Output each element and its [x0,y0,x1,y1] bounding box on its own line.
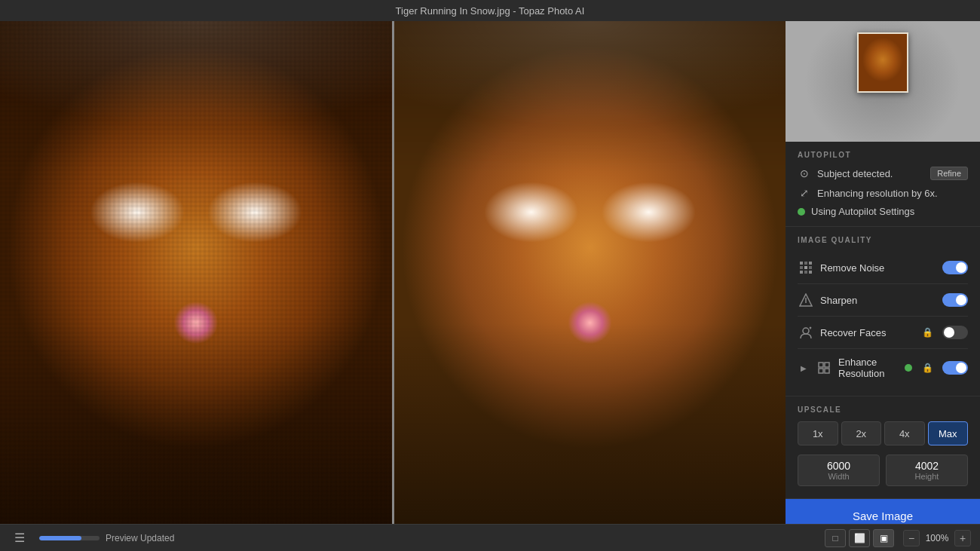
sharpen-row: Sharpen [798,284,968,317]
svg-rect-6 [800,271,803,274]
before-panel [0,21,392,524]
width-value: 6000 [804,460,873,472]
view-split-button[interactable]: ⬜ [849,529,870,547]
recover-faces-lock-icon: 🔒 [921,326,933,338]
image-area [0,21,786,524]
subject-detected-row: ⊙ Subject detected. Refine [798,167,968,180]
image-quality-label: IMAGE QUALITY [798,236,968,244]
enhance-resolution-icon [816,360,832,376]
image-quality-section: IMAGE QUALITY Remove [786,227,980,396]
svg-rect-2 [809,262,812,265]
svg-rect-15 [825,369,829,373]
height-value: 4002 [893,460,961,472]
snow-overlay-after [394,21,786,524]
recover-faces-knob [944,327,954,338]
progress-container: Preview Updated [39,533,816,543]
subject-icon: ⊙ [798,167,811,180]
recover-faces-toggle[interactable] [942,326,968,339]
enhancing-text: Enhancing resolution by 6x. [817,188,968,199]
svg-rect-3 [800,266,803,269]
main-content: AUTOPILOT ⊙ Subject detected. Refine ⤢ E… [0,21,980,524]
autopilot-settings-text: Using Autopilot Settings [811,206,968,217]
thumbnail-area [786,21,980,142]
recover-faces-label: Recover Faces [820,327,915,338]
upscale-1x-button[interactable]: 1x [798,421,838,445]
enhance-resolution-knob [956,363,966,373]
svg-rect-12 [819,363,823,367]
height-label: Height [893,472,961,481]
progress-track [39,536,100,540]
view-buttons: □ ⬜ ▣ [825,529,894,547]
upscale-buttons-group: 1x 2x 4x Max [798,421,968,445]
enhance-icon: ⤢ [798,186,811,200]
sharpen-toggle[interactable] [942,293,968,307]
sharpen-knob [956,295,966,305]
remove-noise-knob [956,262,966,273]
svg-rect-5 [809,266,812,269]
zoom-controls: − 100% + [903,530,971,546]
remove-noise-label: Remove Noise [820,262,936,274]
svg-rect-13 [825,363,829,367]
pixelated-overlay [0,21,392,524]
bottom-bar: ☰ Preview Updated □ ⬜ ▣ − 100% + [0,524,980,551]
svg-rect-1 [804,262,807,265]
enhance-resolution-lock-icon: 🔒 [921,362,933,374]
upscale-4x-button[interactable]: 4x [884,421,925,445]
green-dot-icon [798,208,805,216]
enhance-resolution-label: Enhance Resolution [838,357,899,379]
autopilot-section: AUTOPILOT ⊙ Subject detected. Refine ⤢ E… [786,142,980,227]
enhancing-row: ⤢ Enhancing resolution by 6x. [798,186,968,200]
recover-faces-row: Recover Faces 🔒 [798,317,968,349]
refine-button[interactable]: Refine [930,167,968,180]
thumbnail-image [857,32,908,93]
svg-rect-14 [819,369,823,373]
upscale-label: UPSCALE [798,406,968,414]
svg-rect-7 [804,271,807,274]
enhance-resolution-row: ▶ Enhance Resolution 🔒 [798,349,968,387]
enhance-resolution-toggle[interactable] [942,361,968,375]
remove-noise-icon [798,259,814,276]
view-single-button[interactable]: □ [825,529,846,547]
view-compare-button[interactable]: ▣ [873,529,894,547]
autopilot-settings-row: Using Autopilot Settings [798,206,968,217]
svg-rect-8 [809,271,812,274]
enhance-resolution-dot [905,364,912,372]
subject-text: Subject detected. [817,168,924,179]
menu-button[interactable]: ☰ [9,528,30,549]
before-image [0,21,392,524]
svg-point-11 [803,328,809,334]
enhance-resolution-expand-icon[interactable]: ▶ [798,362,810,374]
comparison-divider[interactable] [392,21,394,524]
svg-rect-4 [804,266,807,269]
upscale-2x-button[interactable]: 2x [841,421,882,445]
width-box: 6000 Width [798,455,880,486]
save-image-button[interactable]: Save Image [786,499,980,524]
remove-noise-toggle[interactable] [942,261,968,274]
upscale-section: UPSCALE 1x 2x 4x Max 6000 Width 4002 Hei… [786,396,980,499]
sharpen-icon [798,292,814,308]
width-label: Width [804,472,873,481]
window-title: Tiger Running In Snow.jpg - Topaz Photo … [396,5,585,17]
height-box: 4002 Height [886,455,968,486]
right-panel: AUTOPILOT ⊙ Subject detected. Refine ⤢ E… [786,21,980,524]
zoom-out-button[interactable]: − [903,530,920,546]
progress-fill [39,536,81,540]
svg-rect-0 [800,262,803,265]
remove-noise-row: Remove Noise [798,252,968,284]
dimension-row: 6000 Width 4002 Height [798,455,968,486]
recover-faces-icon [798,324,814,341]
title-bar: Tiger Running In Snow.jpg - Topaz Photo … [0,0,980,21]
preview-text: Preview Updated [106,533,174,543]
upscale-max-button[interactable]: Max [928,421,969,445]
zoom-value: 100% [923,533,951,543]
after-image [394,21,786,524]
image-comparison [0,21,786,524]
after-panel [394,21,786,524]
autopilot-label: AUTOPILOT [798,151,968,159]
sharpen-label: Sharpen [820,295,936,306]
zoom-in-button[interactable]: + [954,530,971,546]
